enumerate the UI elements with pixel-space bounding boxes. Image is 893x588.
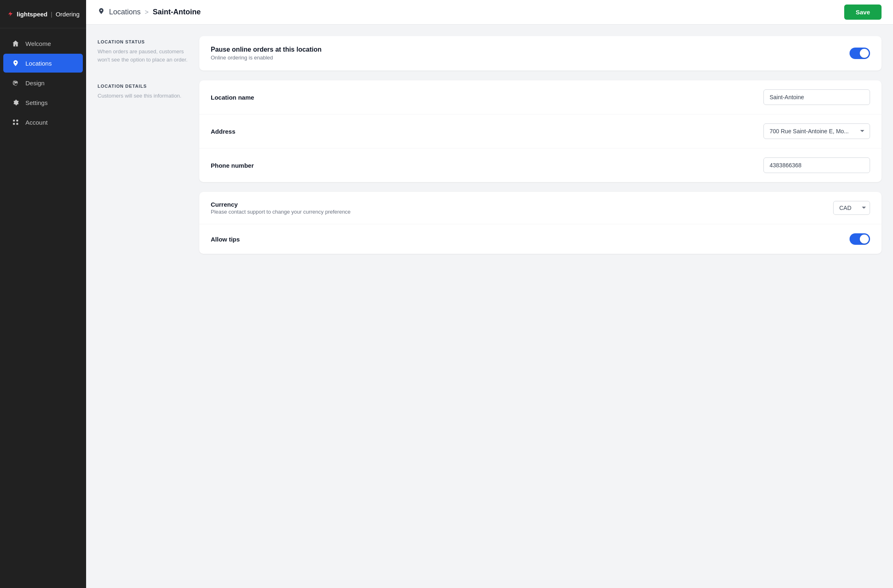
logo-divider: | <box>51 11 52 18</box>
svg-point-2 <box>16 82 18 83</box>
sidebar-nav: Welcome Locations Design Settings <box>0 28 86 588</box>
currency-select[interactable]: CAD USD EUR GBP <box>833 201 870 215</box>
currency-tips-section: Currency Please contact support to chang… <box>98 192 882 254</box>
location-status-meta: LOCATION STATUS When orders are paused, … <box>98 36 188 71</box>
svg-point-3 <box>14 83 15 84</box>
currency-meta <box>98 192 188 254</box>
location-name-input[interactable] <box>763 89 870 105</box>
pause-orders-toggle[interactable]: ✓ <box>850 48 870 59</box>
address-label: Address <box>211 128 235 135</box>
currency-row: Currency Please contact support to chang… <box>199 192 882 224</box>
allow-tips-label: Allow tips <box>211 236 240 243</box>
sidebar-item-settings-label: Settings <box>25 99 48 106</box>
top-header: Locations > Saint-Antoine Save <box>86 0 893 25</box>
toggle-checkmark: ✓ <box>853 50 857 56</box>
sidebar-item-welcome-label: Welcome <box>25 40 51 47</box>
sidebar-item-design[interactable]: Design <box>3 73 83 92</box>
location-details-desc: Customers will see this information. <box>98 92 188 100</box>
account-icon <box>11 118 20 126</box>
sidebar-item-locations[interactable]: Locations <box>3 54 83 73</box>
address-select[interactable]: 700 Rue Saint-Antoine E, Mo... <box>763 123 870 139</box>
breadcrumb-pin-icon <box>98 7 105 17</box>
pause-orders-row: Pause online orders at this location Onl… <box>199 36 882 71</box>
svg-rect-7 <box>16 123 18 125</box>
home-icon <box>11 39 20 48</box>
sidebar-item-locations-label: Locations <box>25 60 52 67</box>
location-status-section: LOCATION STATUS When orders are paused, … <box>98 36 882 71</box>
phone-input[interactable] <box>763 157 870 173</box>
palette-icon <box>11 79 20 87</box>
app-logo: lightspeed | Ordering <box>0 0 86 28</box>
allow-tips-knob <box>860 235 869 244</box>
gear-icon <box>11 98 20 107</box>
sidebar-item-account-label: Account <box>25 119 48 126</box>
location-details-section: LOCATION DETAILS Customers will see this… <box>98 80 882 182</box>
address-row: Address 700 Rue Saint-Antoine E, Mo... <box>199 114 882 148</box>
location-details-title: LOCATION DETAILS <box>98 84 188 89</box>
breadcrumb-current: Saint-Antoine <box>153 8 200 16</box>
currency-tips-card: Currency Please contact support to chang… <box>199 192 882 254</box>
location-status-title: LOCATION STATUS <box>98 39 188 44</box>
sidebar-item-settings[interactable]: Settings <box>3 93 83 112</box>
currency-label: Currency <box>211 201 351 208</box>
pin-icon <box>11 59 20 67</box>
breadcrumb-root: Locations <box>109 8 141 16</box>
svg-rect-4 <box>13 120 15 122</box>
toggle-knob <box>860 49 869 58</box>
pause-orders-text: Pause online orders at this location Onl… <box>211 46 321 61</box>
main-area: Locations > Saint-Antoine Save LOCATION … <box>86 0 893 588</box>
currency-text: Currency Please contact support to chang… <box>211 201 351 215</box>
pause-orders-sublabel: Online ordering is enabled <box>211 55 321 61</box>
sidebar-item-welcome[interactable]: Welcome <box>3 34 83 53</box>
sidebar-item-design-label: Design <box>25 80 45 87</box>
save-button[interactable]: Save <box>844 5 882 20</box>
phone-row: Phone number <box>199 148 882 182</box>
currency-desc: Please contact support to change your cu… <box>211 209 351 215</box>
breadcrumb: Locations > Saint-Antoine <box>98 7 200 17</box>
location-name-label: Location name <box>211 94 254 101</box>
location-details-meta: LOCATION DETAILS Customers will see this… <box>98 80 188 182</box>
svg-point-1 <box>14 82 15 83</box>
lightspeed-logo-icon <box>7 7 14 21</box>
svg-rect-6 <box>13 123 15 125</box>
phone-label: Phone number <box>211 162 254 169</box>
location-status-card: Pause online orders at this location Onl… <box>199 36 882 71</box>
pause-orders-label: Pause online orders at this location <box>211 46 321 53</box>
logo-product: Ordering <box>56 11 80 18</box>
content-area: LOCATION STATUS When orders are paused, … <box>86 25 893 588</box>
breadcrumb-separator: > <box>145 9 148 16</box>
logo-brand: lightspeed <box>17 11 48 18</box>
allow-tips-row: Allow tips <box>199 224 882 254</box>
sidebar: lightspeed | Ordering Welcome Locations … <box>0 0 86 588</box>
sidebar-item-account[interactable]: Account <box>3 113 83 132</box>
svg-rect-5 <box>16 120 18 122</box>
location-status-desc: When orders are paused, customers won't … <box>98 48 188 64</box>
location-name-row: Location name <box>199 80 882 114</box>
allow-tips-toggle[interactable] <box>850 233 870 245</box>
sections-wrapper: LOCATION STATUS When orders are paused, … <box>98 36 882 254</box>
location-details-card: Location name Address 700 Rue Saint-Anto… <box>199 80 882 182</box>
